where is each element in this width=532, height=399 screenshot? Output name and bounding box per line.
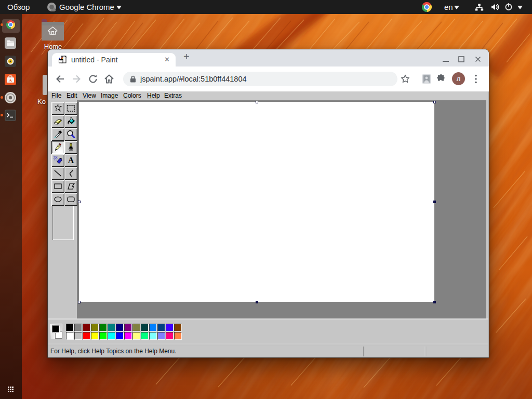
svg-text:A: A <box>68 156 74 165</box>
